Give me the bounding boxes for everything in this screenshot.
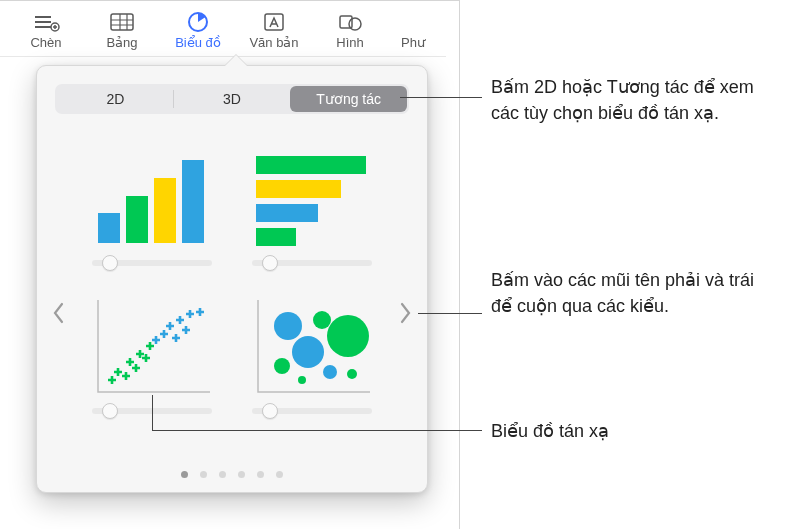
page-dot[interactable] — [200, 471, 207, 478]
page-dot[interactable] — [257, 471, 264, 478]
svg-point-22 — [323, 365, 337, 379]
svg-point-23 — [347, 369, 357, 379]
svg-point-17 — [274, 312, 302, 340]
chart-popover: 2D 3D Tương tác — [36, 65, 428, 493]
chart-slider[interactable] — [252, 260, 372, 266]
scatter-chart-icon — [87, 286, 217, 396]
svg-point-21 — [274, 358, 290, 374]
svg-rect-11 — [154, 178, 176, 243]
app-window: Chèn Bảng Biểu đồ Văn bản Hình — [0, 0, 460, 529]
svg-point-8 — [349, 18, 361, 30]
page-dot[interactable] — [276, 471, 283, 478]
toolbar-label: Văn bản — [249, 35, 298, 50]
column-chart-icon — [87, 138, 217, 248]
svg-rect-2 — [35, 26, 51, 28]
toolbar-media[interactable]: Phư — [388, 5, 438, 56]
callout-text: Biểu đồ tán xạ — [491, 418, 771, 444]
callout-line — [400, 97, 482, 98]
svg-rect-9 — [98, 213, 120, 243]
callout-line — [418, 313, 482, 314]
callout-line — [152, 430, 482, 431]
svg-rect-13 — [256, 156, 366, 174]
toolbar-table[interactable]: Bảng — [84, 5, 160, 56]
chart-option-bar[interactable] — [247, 138, 377, 266]
chart-slider[interactable] — [252, 408, 372, 414]
page-dot[interactable] — [238, 471, 245, 478]
svg-point-18 — [313, 311, 331, 329]
toolbar-text[interactable]: Văn bản — [236, 5, 312, 56]
callout-text: Bấm 2D hoặc Tương tác để xem các tùy chọ… — [491, 74, 771, 126]
callout-line — [152, 395, 153, 431]
page-dot[interactable] — [181, 471, 188, 478]
table-icon — [105, 9, 139, 35]
svg-rect-4 — [111, 14, 133, 30]
toolbar-chart[interactable]: Biểu đồ — [160, 5, 236, 56]
media-icon — [396, 9, 430, 35]
toolbar-label: Chèn — [30, 35, 61, 50]
svg-point-19 — [327, 315, 369, 357]
toolbar-label: Biểu đồ — [175, 35, 221, 50]
tab-2d[interactable]: 2D — [57, 86, 174, 112]
svg-point-20 — [292, 336, 324, 368]
toolbar-shape[interactable]: Hình — [312, 5, 388, 56]
chart-slider[interactable] — [92, 260, 212, 266]
toolbar-insert[interactable]: Chèn — [8, 5, 84, 56]
page-dots[interactable] — [37, 471, 427, 478]
toolbar-label: Bảng — [106, 35, 137, 50]
text-icon — [257, 9, 291, 35]
page-dot[interactable] — [219, 471, 226, 478]
svg-rect-15 — [256, 204, 318, 222]
bubble-chart-icon — [247, 286, 377, 396]
svg-rect-12 — [182, 160, 204, 243]
chart-grid — [37, 114, 427, 414]
toolbar-label: Phư — [401, 35, 425, 50]
svg-rect-14 — [256, 180, 341, 198]
bar-chart-icon — [247, 138, 377, 248]
chevron-left-icon — [51, 301, 65, 332]
svg-rect-16 — [256, 228, 296, 246]
svg-point-24 — [298, 376, 306, 384]
svg-rect-0 — [35, 16, 51, 18]
insert-icon — [29, 9, 63, 35]
shape-icon — [333, 9, 367, 35]
tab-interactive[interactable]: Tương tác — [290, 86, 407, 112]
toolbar-label: Hình — [336, 35, 363, 50]
callout-text: Bấm vào các mũi tên phải và trái để cuộn… — [491, 267, 771, 319]
chart-option-column[interactable] — [87, 138, 217, 266]
chart-option-bubble[interactable] — [247, 286, 377, 414]
nav-arrow-left[interactable] — [47, 296, 69, 336]
svg-rect-10 — [126, 196, 148, 243]
tab-3d[interactable]: 3D — [174, 86, 291, 112]
nav-arrow-right[interactable] — [395, 296, 417, 336]
svg-rect-1 — [35, 21, 51, 23]
toolbar: Chèn Bảng Biểu đồ Văn bản Hình — [0, 1, 446, 57]
chevron-right-icon — [399, 301, 413, 332]
chart-icon — [181, 9, 215, 35]
segmented-control: 2D 3D Tương tác — [55, 84, 409, 114]
